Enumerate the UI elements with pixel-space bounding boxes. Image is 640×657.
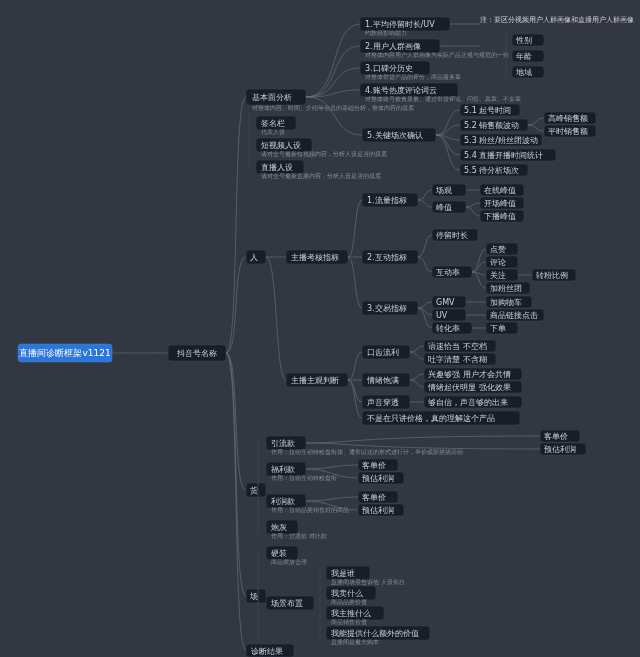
svg-text:评论: 评论 — [490, 258, 506, 267]
subj-1-1[interactable]: 情绪起伏明显 强化效果 — [424, 381, 522, 393]
top-r4-4[interactable]: 5.5 待分析场次 — [460, 164, 528, 176]
note-2[interactable]: 地域 — [512, 66, 544, 78]
svg-text:1.流量指标: 1.流量指标 — [367, 196, 407, 205]
level1-node[interactable]: 抖音号名称 — [168, 345, 226, 361]
m3-2-0[interactable]: 下单 — [486, 322, 518, 334]
svg-text:兴趣够强 用户才会共情: 兴趣够强 用户才会共情 — [428, 370, 511, 379]
subj-0[interactable]: 口齿流利 — [362, 345, 410, 359]
metric-2[interactable]: 2.互动指标 — [362, 250, 418, 264]
svg-text:预估利润: 预估利润 — [544, 445, 576, 454]
m2-1-3[interactable]: 加粉丝团 — [486, 282, 530, 294]
m2-1-0[interactable]: 点赞 — [486, 243, 518, 255]
g2-0[interactable]: 客单价 — [358, 491, 398, 503]
person-subj[interactable]: 主播主观判断 — [286, 373, 348, 387]
stage-1[interactable]: 场景布置 — [266, 596, 314, 610]
top-child-0[interactable]: 签名栏 代表人设 — [256, 116, 296, 135]
s1-3[interactable]: 我能提供什么额外的价值直播间是最大购本 — [326, 626, 430, 645]
m2-1-1[interactable]: 评论 — [486, 256, 518, 268]
m2-0[interactable]: 停留时长 — [432, 229, 478, 241]
top-r4-0[interactable]: 5.1 起号时间 — [460, 104, 520, 116]
svg-text:场观: 场观 — [435, 186, 452, 195]
svg-text:商品销售价值: 商品销售价值 — [331, 618, 367, 625]
top-right-3[interactable]: 4.账号热度评论词云对整体账号败食质量、通过带货评论、问答、真章、不妄章 — [360, 83, 521, 103]
svg-text:对整体内容用户人群画像为实际产品正规与规范的一致: 对整体内容用户人群画像为实际产品正规与规范的一致 — [365, 51, 509, 58]
metric-3[interactable]: 3.交易指标 — [362, 301, 418, 315]
svg-text:5.2 销售额波动: 5.2 销售额波动 — [464, 121, 519, 130]
svg-text:转粉比例: 转粉比例 — [536, 271, 568, 280]
stage-branch[interactable]: 场 — [246, 589, 266, 603]
root-node[interactable]: 直播间诊断框架v1121 — [18, 344, 112, 362]
svg-text:签名栏: 签名栏 — [261, 119, 285, 128]
mindmap-canvas[interactable]: 直播间诊断框架v1121 抖音号名称 基本面分析 对整体内容、时间、介绍等信息的… — [0, 0, 640, 657]
top-r4-1[interactable]: 5.2 销售额波动 — [460, 119, 528, 131]
svg-text:场景布置: 场景布置 — [270, 599, 303, 608]
goods-branch[interactable]: 货 — [246, 483, 266, 497]
g1-0[interactable]: 客单价 — [358, 459, 398, 471]
goods-2[interactable]: 利润款作用：拉动品类销售好的商品 — [266, 494, 349, 513]
top-right-0[interactable]: 1.平均停留时长/UV约数级影响能力 — [360, 17, 450, 36]
svg-text:主播考核指标: 主播考核指标 — [291, 253, 339, 262]
goods-1[interactable]: 福利款作用：拉动互动转粉盘衔 — [266, 462, 337, 481]
svg-text:我卖什么: 我卖什么 — [331, 589, 363, 598]
g0-0[interactable]: 客单价 — [540, 430, 580, 442]
m3-0[interactable]: GMV — [432, 296, 466, 308]
svg-text:语速恰当 不空档: 语速恰当 不空档 — [428, 342, 487, 351]
s1-1[interactable]: 我卖什么商品品类价值 — [326, 586, 376, 605]
subj-3[interactable]: 不是在只讲价格，真的理解这个产品 — [362, 411, 520, 425]
g1-1[interactable]: 预估利润 — [358, 472, 404, 484]
svg-text:注：要区分视频用户人群画像和直播用户人群画像: 注：要区分视频用户人群画像和直播用户人群画像 — [480, 16, 634, 24]
svg-text:吐字清楚 不含糊: 吐字清楚 不含糊 — [428, 355, 487, 364]
top-right-4[interactable]: 5.关键场次确认 — [362, 128, 436, 142]
goods-3[interactable]: 炮灰作用：过渡款 对比款 — [266, 520, 327, 539]
svg-text:商品链接点击: 商品链接点击 — [490, 311, 538, 320]
svg-text:直播间是最大购本: 直播间是最大购本 — [331, 638, 379, 645]
s1-2[interactable]: 我主推什么商品销售价值 — [326, 606, 384, 625]
svg-text:关注: 关注 — [490, 271, 506, 280]
stage-0[interactable]: 硬装商品摆放合理 — [266, 546, 307, 565]
top-r4-3[interactable]: 5.4 直播开播时间统计 — [460, 149, 556, 161]
person-branch[interactable]: 人 — [246, 250, 266, 264]
svg-text:5.5 待分析场次: 5.5 待分析场次 — [464, 166, 519, 175]
s1-0[interactable]: 我是谁直播间场景告诉他 人设你自 — [326, 566, 405, 585]
svg-text:声音穿透: 声音穿透 — [367, 398, 399, 407]
diag-result[interactable]: 诊断结果 — [246, 644, 294, 657]
subj-1[interactable]: 情绪饱满 — [362, 373, 410, 387]
svg-text:我能提供什么额外的价值: 我能提供什么额外的价值 — [331, 629, 419, 638]
m1-0[interactable]: 场观 — [432, 184, 466, 196]
svg-text:高峰销售额: 高峰销售额 — [548, 114, 588, 123]
top-right-1[interactable]: 2.用户人群画像对整体内容用户人群画像为实际产品正规与规范的一致 — [360, 39, 509, 58]
m3-1-0[interactable]: 商品链接点击 — [486, 309, 544, 321]
g2-1[interactable]: 预估利润 — [358, 504, 404, 516]
note-0[interactable]: 性别 — [512, 34, 544, 46]
subj-2-0[interactable]: 够自信，声音够的出来 — [424, 396, 522, 408]
m1-1-1[interactable]: 开场峰值 — [480, 197, 524, 209]
metric-1[interactable]: 1.流量指标 — [362, 193, 418, 207]
subj-1-0[interactable]: 兴趣够强 用户才会共情 — [424, 368, 522, 380]
m1-1-0[interactable]: 在线峰值 — [480, 184, 524, 196]
svg-text:客单价: 客单价 — [544, 432, 568, 441]
svg-text:作用：拉动品类销售好的商品: 作用：拉动品类销售好的商品 — [270, 506, 349, 513]
m3-0-0[interactable]: 加购物车 — [486, 296, 532, 308]
top-r4-1-0[interactable]: 高峰销售额 — [544, 112, 596, 124]
m3-1[interactable]: UV — [432, 309, 466, 321]
svg-text:5.关键场次确认: 5.关键场次确认 — [367, 131, 423, 140]
svg-text:直播人设: 直播人设 — [261, 163, 293, 172]
top-right-2[interactable]: 3.口碑分历史对整体带货产品的评分，商品服务章 — [360, 61, 461, 81]
m3-2[interactable]: 转化率 — [432, 322, 472, 334]
person-assess[interactable]: 主播考核指标 — [286, 250, 348, 264]
m2-1-extra[interactable]: 转粉比例 — [532, 269, 576, 281]
subj-0-1[interactable]: 吐字清楚 不含糊 — [424, 353, 496, 365]
g0-1[interactable]: 预估利润 — [540, 443, 586, 455]
m2-1[interactable]: 互动率 — [432, 266, 472, 278]
note-1[interactable]: 年龄 — [512, 50, 544, 62]
subj-2[interactable]: 声音穿透 — [362, 395, 410, 409]
svg-text:加购物车: 加购物车 — [490, 298, 522, 307]
m1-1-2[interactable]: 下播峰值 — [480, 210, 524, 222]
m1-1[interactable]: 峰值 — [432, 201, 466, 213]
m2-1-2[interactable]: 关注 — [486, 269, 518, 281]
top-child-2[interactable]: 直播人设 请对全号最新直播内容，分析人设是否的摸底 — [256, 160, 381, 179]
top-r4-2[interactable]: 5.3 粉丝/粉丝团波动 — [460, 134, 542, 146]
note: 注：要区分视频用户人群画像和直播用户人群画像 — [480, 16, 634, 24]
top-r4-1-1[interactable]: 平时销售额 — [544, 125, 596, 137]
subj-0-0[interactable]: 语速恰当 不空档 — [424, 340, 496, 352]
